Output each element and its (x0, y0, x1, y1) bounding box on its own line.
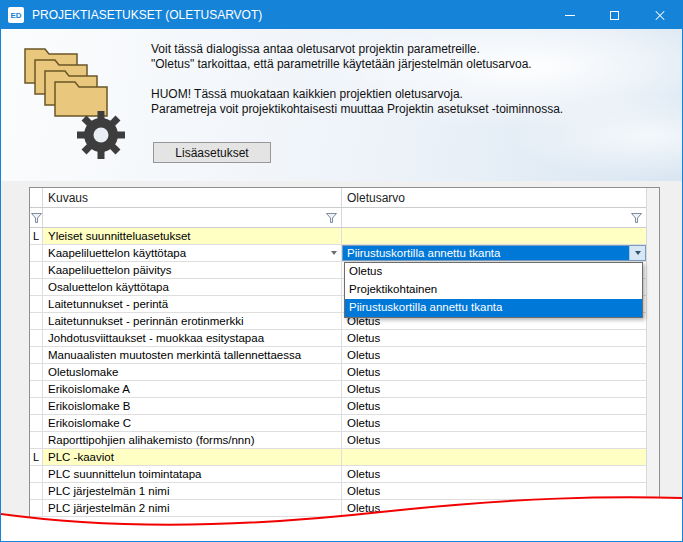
row-description: Oletuslomake (43, 364, 342, 380)
row-description: Kaapeliluettelon päivitys (43, 262, 342, 278)
row-marker (30, 313, 43, 329)
row-value: Oletus (342, 500, 646, 516)
row-description: Osaluettelon käyttötapa (43, 279, 342, 295)
row-description: Erikoislomake C (43, 415, 342, 431)
row-value: Oletus (342, 347, 646, 363)
table-row[interactable]: Erikoislomake BOletus (30, 398, 646, 415)
table-row[interactable]: PLC järjestelmän 1 nimiOletus (30, 483, 646, 500)
default-value-combobox[interactable]: Piirustuskortilla annettu tkanta (342, 245, 646, 261)
row-marker (30, 381, 43, 397)
row-marker (30, 347, 43, 363)
combobox-selected-text: Piirustuskortilla annettu tkanta (343, 246, 629, 260)
table-row[interactable]: Raporttipohjien alihakemisto (forms/nnn)… (30, 432, 646, 449)
row-description: Manuaalisten muutosten merkintä tallenne… (43, 347, 342, 363)
close-button[interactable] (637, 1, 682, 29)
row-description: Erikoislomake A (43, 381, 342, 397)
description-column-header[interactable]: Kuvaus (43, 188, 342, 207)
row-value: Oletus (342, 330, 646, 346)
default-value-filter-cell (342, 208, 646, 227)
row-description: Johdotusviittaukset - muokkaa esitystapa… (43, 330, 342, 346)
section-row[interactable]: LYleiset suunnitteluasetukset (30, 228, 646, 245)
table-row[interactable]: Manuaalisten muutosten merkintä tallenne… (30, 347, 646, 364)
grid-header-row: Kuvaus Oletusarvo (30, 188, 646, 208)
row-marker (30, 483, 43, 499)
marker-column-header (30, 188, 43, 207)
row-marker (30, 432, 43, 448)
dropdown-option[interactable]: Projektikohtainen (345, 281, 642, 299)
default-value-column-header[interactable]: Oletusarvo (342, 188, 646, 207)
app-icon: ED (8, 7, 24, 23)
row-description: Erikoislomake B (43, 398, 342, 414)
row-marker (30, 364, 43, 380)
row-marker (30, 245, 43, 261)
row-value (342, 228, 646, 244)
row-marker (30, 279, 43, 295)
chevron-down-icon (635, 251, 641, 255)
row-description: Kaapeliluettelon käyttötapa (43, 245, 342, 261)
row-value (342, 449, 646, 465)
row-value: Oletus (342, 483, 646, 499)
row-value: Piirustuskortilla annettu tkanta (342, 245, 646, 261)
dialog-header: Voit tässä dialogissa antaa oletusarvot … (1, 29, 682, 181)
row-marker (30, 415, 43, 431)
row-marker (30, 296, 43, 312)
row-value: Oletus (342, 364, 646, 380)
table-scrollbar[interactable] (646, 188, 659, 542)
minimize-icon (565, 15, 575, 16)
row-value: Oletus (342, 381, 646, 397)
table-row[interactable]: Erikoislomake AOletus (30, 381, 646, 398)
filter-icon[interactable] (326, 213, 337, 223)
header-line-1: Voit tässä dialogissa antaa oletusarvot … (151, 42, 563, 57)
dropdown-option[interactable]: Piirustuskortilla annettu tkanta (345, 299, 642, 317)
table-row[interactable]: PLC suunnittelun toimintatapaOletus (30, 466, 646, 483)
chevron-down-icon[interactable] (331, 251, 337, 255)
dropdown-list: OletusProjektikohtainenPiirustuskortilla… (344, 262, 643, 318)
dialog-window: ED PROJEKTIASETUKSET (OLETUSARVOT) (0, 0, 683, 542)
titlebar[interactable]: ED PROJEKTIASETUKSET (OLETUSARVOT) (1, 1, 682, 29)
row-description: PLC järjestelmän 2 nimi (43, 500, 342, 516)
row-marker: L (30, 228, 43, 244)
maximize-button[interactable] (592, 1, 637, 29)
grid-filter-row (30, 208, 646, 228)
close-icon (654, 9, 666, 21)
row-marker: L (30, 449, 43, 465)
advanced-settings-button[interactable]: Lisäasetukset (153, 142, 271, 163)
row-marker (30, 330, 43, 346)
row-marker (30, 500, 43, 516)
table-row[interactable]: Kaapeliluettelon käyttötapaPiirustuskort… (30, 245, 646, 262)
header-description: Voit tässä dialogissa antaa oletusarvot … (151, 42, 563, 117)
row-marker (30, 398, 43, 414)
row-value: Oletus (342, 415, 646, 431)
row-description: Laitetunnukset - perinnän erotinmerkki (43, 313, 342, 329)
table-row[interactable]: Johdotusviittaukset - muokkaa esitystapa… (30, 330, 646, 347)
row-description: PLC -kaaviot (43, 449, 342, 465)
filter-icon[interactable] (31, 213, 42, 223)
description-filter-cell (43, 208, 342, 227)
row-marker (30, 262, 43, 278)
filter-icon[interactable] (631, 213, 642, 223)
minimize-button[interactable] (547, 1, 592, 29)
folders-gear-icon (23, 47, 135, 165)
table-row[interactable]: Erikoislomake COletus (30, 415, 646, 432)
table-row[interactable]: PLC järjestelmän 2 nimiOletus (30, 500, 646, 517)
window-title: PROJEKTIASETUKSET (OLETUSARVOT) (32, 8, 547, 22)
row-value: Oletus (342, 432, 646, 448)
dropdown-option[interactable]: Oletus (345, 263, 642, 281)
row-marker (30, 466, 43, 482)
parameters-grid: Kuvaus Oletusarvo LYleiset suunnitteluas… (29, 187, 660, 542)
row-description-text: Kaapeliluettelon käyttötapa (48, 247, 331, 261)
section-row[interactable]: LPLC -kaaviot (30, 449, 646, 466)
row-description: Laitetunnukset - perintä (43, 296, 342, 312)
row-description: PLC suunnittelun toimintatapa (43, 466, 342, 482)
header-line-4: Parametreja voit projektikohtaisesti muu… (151, 102, 563, 117)
row-value: Oletus (342, 466, 646, 482)
header-line-3: HUOM! Tässä muokataan kaikkien projektie… (151, 87, 563, 102)
table-row[interactable]: OletuslomakeOletus (30, 364, 646, 381)
row-description: Yleiset suunnitteluasetukset (43, 228, 342, 244)
window-controls (547, 1, 682, 29)
row-description: Raporttipohjien alihakemisto (forms/nnn) (43, 432, 342, 448)
header-line-2: "Oletus" tarkoittaa, että parametrille k… (151, 57, 563, 72)
marker-filter-cell (30, 208, 43, 227)
combobox-dropdown-button[interactable] (629, 246, 645, 260)
maximize-icon (610, 11, 619, 20)
